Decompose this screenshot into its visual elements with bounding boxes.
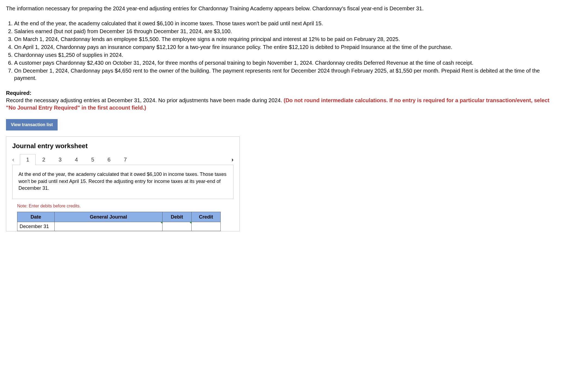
list-item: On December 1, 2024, Chardonnay pays $4,… bbox=[14, 67, 556, 82]
header-date: Date bbox=[17, 212, 55, 222]
list-item: Chardonnay uses $1,250 of supplies in 20… bbox=[14, 51, 556, 59]
cell-debit[interactable] bbox=[163, 222, 192, 231]
tab-6[interactable]: 6 bbox=[101, 154, 117, 165]
table-header-row: Date General Journal Debit Credit bbox=[17, 212, 221, 222]
tab-row: ‹ 1 2 3 4 5 6 7 › bbox=[12, 154, 233, 165]
worksheet-title: Journal entry worksheet bbox=[12, 142, 233, 150]
transaction-description: At the end of the year, the academy calc… bbox=[12, 165, 233, 199]
header-general-journal: General Journal bbox=[55, 212, 163, 222]
tab-3[interactable]: 3 bbox=[52, 154, 68, 165]
tab-4[interactable]: 4 bbox=[68, 154, 85, 165]
header-credit: Credit bbox=[192, 212, 221, 222]
header-debit: Debit bbox=[163, 212, 192, 222]
intro-text: The information necessary for preparing … bbox=[6, 5, 556, 12]
list-item: On March 1, 2024, Chardonnay lends an em… bbox=[14, 36, 556, 43]
tab-2[interactable]: 2 bbox=[36, 154, 52, 165]
journal-entry-worksheet-panel: Journal entry worksheet ‹ 1 2 3 4 5 6 7 … bbox=[6, 136, 240, 231]
tab-5[interactable]: 5 bbox=[85, 154, 101, 165]
list-item: Salaries earned (but not paid) from Dece… bbox=[14, 28, 556, 35]
tabs-container: 1 2 3 4 5 6 7 bbox=[20, 154, 133, 165]
required-block: Required: Record the necessary adjusting… bbox=[6, 89, 556, 111]
list-item: At the end of the year, the academy calc… bbox=[14, 20, 556, 27]
cell-date[interactable]: December 31 bbox=[17, 222, 55, 231]
journal-entry-table: Date General Journal Debit Credit Decemb… bbox=[17, 212, 221, 231]
view-transaction-list-button[interactable]: View transaction list bbox=[6, 119, 58, 130]
list-item: On April 1, 2024, Chardonnay pays an ins… bbox=[14, 43, 556, 51]
required-label: Required: bbox=[6, 90, 31, 96]
note-text: Note: Enter debits before credits. bbox=[17, 203, 233, 209]
cell-credit[interactable] bbox=[192, 222, 221, 231]
tab-1[interactable]: 1 bbox=[20, 154, 36, 165]
problem-list: At the end of the year, the academy calc… bbox=[6, 20, 556, 82]
cell-general-journal[interactable] bbox=[55, 222, 163, 231]
tab-7[interactable]: 7 bbox=[117, 154, 133, 165]
list-item: A customer pays Chardonnay $2,430 on Oct… bbox=[14, 59, 556, 67]
required-text: Record the necessary adjusting entries a… bbox=[6, 97, 284, 103]
chevron-right-icon[interactable]: › bbox=[226, 156, 233, 164]
table-row: December 31 bbox=[17, 222, 221, 231]
chevron-left-icon[interactable]: ‹ bbox=[12, 156, 20, 164]
